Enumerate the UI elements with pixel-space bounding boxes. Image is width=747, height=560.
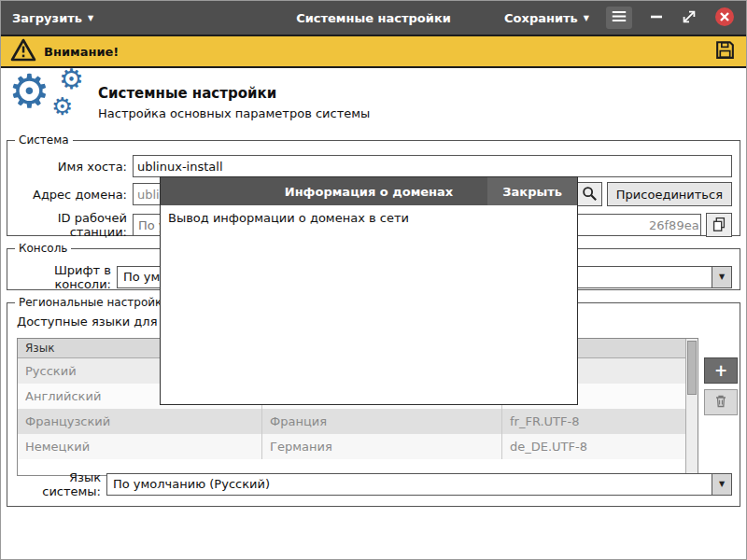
cell-language: Французский [18, 409, 262, 434]
gears-icon: ⚙ ⚙ ⚙ [8, 74, 98, 132]
cell-country: Германия [262, 434, 502, 459]
chevron-down-icon: ▼ [584, 15, 589, 22]
gear-icon: ⚙ [8, 64, 50, 119]
cell-locale: fr_FR.UTF-8 [502, 409, 686, 434]
search-domain-button[interactable] [576, 182, 602, 206]
hamburger-icon [611, 9, 627, 26]
table-actions: + [704, 357, 738, 415]
copy-icon [711, 216, 727, 235]
system-language-label: Язык системы: [15, 470, 101, 498]
expand-icon [681, 8, 698, 28]
page-title: Системные настройки [98, 85, 370, 102]
titlebar: Загрузить ▼ Системные настройки Сохранит… [1, 1, 746, 35]
workstation-id-value-end: 26f89ea [649, 215, 699, 236]
page-subtitle: Настройка основных параметров системы [98, 106, 370, 120]
table-row[interactable]: Французский Франция fr_FR.UTF-8 [18, 409, 686, 434]
hostname-row: Имя хоста: [15, 155, 732, 177]
gear-icon: ⚙ [59, 63, 84, 95]
domain-label: Адрес домена: [15, 188, 127, 202]
system-language-row: Язык системы: По умолчанию (Русский) ▼ [15, 470, 732, 498]
dialog-body: Вывод информации о доменах в сети [161, 205, 577, 404]
load-menu-label: Загрузить [12, 11, 82, 25]
add-language-button[interactable]: + [704, 357, 738, 384]
load-menu-button[interactable]: Загрузить ▼ [12, 11, 93, 25]
minimize-button[interactable] [649, 9, 664, 27]
system-language-value: По умолчанию (Русский) [113, 477, 270, 491]
remove-language-button[interactable] [704, 389, 738, 415]
main-menu-button[interactable] [606, 7, 632, 29]
save-menu-label: Сохранить [504, 11, 578, 25]
trash-icon [713, 394, 728, 412]
cell-language: Немецкий [18, 434, 262, 459]
system-legend: Система [15, 133, 73, 147]
save-file-button[interactable] [713, 38, 737, 64]
system-language-select[interactable]: По умолчанию (Русский) ▼ [106, 473, 732, 496]
save-menu-button[interactable]: Сохранить ▼ [504, 11, 589, 25]
close-button[interactable] [714, 7, 735, 30]
join-domain-button[interactable]: Присоединиться [607, 182, 732, 206]
regional-legend: Региональные настройки [15, 296, 173, 309]
floppy-save-icon [713, 38, 737, 64]
table-row[interactable]: Немецкий Германия de_DE.UTF-8 [18, 434, 686, 459]
dialog-titlebar: Информация о доменах Закрыть [161, 177, 577, 205]
hostname-input[interactable] [133, 155, 732, 177]
chevron-down-icon: ▼ [712, 474, 731, 495]
gear-icon: ⚙ [51, 92, 73, 120]
minimize-icon [649, 9, 664, 27]
titlebar-actions: Сохранить ▼ [504, 7, 735, 30]
page-header-text: Системные настройки Настройка основных п… [98, 85, 370, 120]
close-icon [714, 7, 735, 30]
fullscreen-button[interactable] [681, 8, 698, 28]
app-window: Загрузить ▼ Системные настройки Сохранит… [0, 0, 747, 560]
scrollbar-thumb[interactable] [687, 341, 697, 395]
page-header: ⚙ ⚙ ⚙ Системные настройки Настройка осно… [8, 74, 739, 132]
warning-bar: Внимание! [1, 35, 746, 68]
table-scrollbar[interactable] [685, 339, 698, 475]
cell-country: Франция [262, 409, 502, 434]
warning-icon [10, 38, 36, 65]
chevron-down-icon: ▼ [712, 267, 731, 287]
chevron-down-icon: ▼ [88, 15, 93, 22]
hostname-label: Имя хоста: [15, 160, 127, 174]
console-legend: Консоль [15, 242, 71, 255]
domain-info-dialog: Информация о доменах Закрыть Вывод инфор… [160, 176, 578, 405]
cell-locale: de_DE.UTF-8 [502, 434, 686, 459]
copy-id-button[interactable] [706, 213, 732, 237]
dialog-close-button[interactable]: Закрыть [487, 177, 577, 205]
warning-text: Внимание! [44, 45, 119, 59]
search-icon [581, 185, 598, 204]
workstation-id-label: ID рабочей станции: [15, 211, 127, 239]
console-font-label: Шрифт в консоли: [15, 263, 111, 291]
